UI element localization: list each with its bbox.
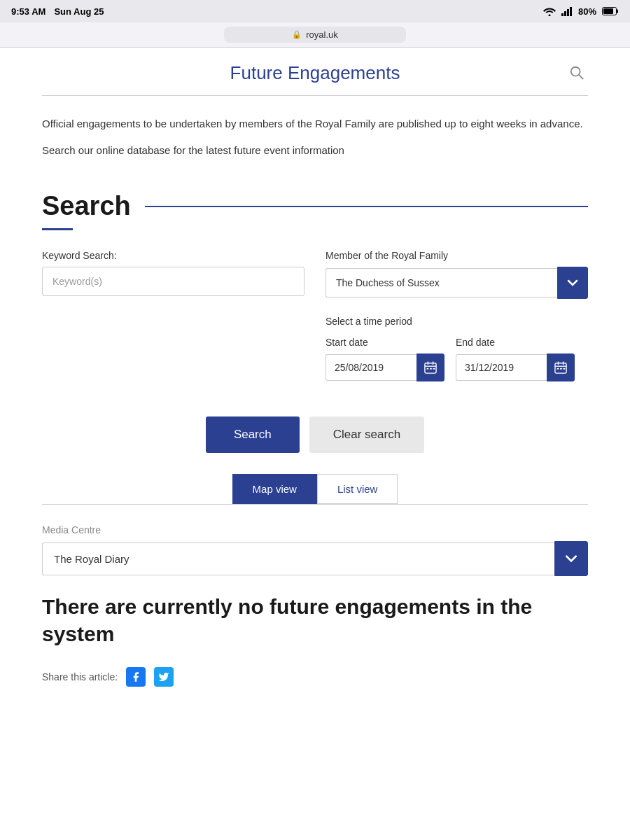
svg-rect-14 [430,368,432,370]
media-centre-select[interactable]: The Royal Diary [42,542,554,575]
member-label: Member of the Royal Family [326,250,588,261]
start-date-group: Start date [326,337,444,382]
form-left: Keyword Search: [42,250,304,296]
svg-line-8 [579,75,583,79]
search-button[interactable] [566,62,588,84]
chevron-down-icon [565,552,578,565]
media-centre-section: Media Centre The Royal Diary [42,524,588,576]
member-select-btn[interactable] [557,267,588,299]
desc-line1: Official engagements to be undertaken by… [42,115,588,132]
search-heading: Search [42,191,131,221]
page-title: Future Engagements [64,62,566,84]
end-date-input-row [456,354,575,382]
status-bar-right: 80% [543,6,619,17]
svg-rect-20 [557,368,559,370]
lock-icon: 🔒 [292,30,302,39]
time-period-section: Select a time period Start date [326,316,588,382]
battery-percent: 80% [578,6,596,17]
calendar-icon [554,361,567,374]
action-buttons: Search Clear search [42,416,588,453]
search-button[interactable]: Search [206,416,300,453]
svg-rect-22 [564,368,566,370]
wifi-icon [543,7,556,16]
status-bar-left: 9:53 AM Sun Aug 25 [11,6,104,17]
member-select[interactable]: The Duchess of Sussex The Duke of Sussex… [326,268,557,298]
share-label: Share this article: [42,671,118,682]
start-date-label: Start date [326,337,444,348]
share-row: Share this article: [42,667,588,687]
no-results-text: There are currently no future engagement… [42,593,588,648]
battery-icon [602,7,619,15]
date-fields: Start date [326,337,588,382]
keyword-input[interactable] [42,267,304,296]
search-underline [42,228,73,230]
view-toggle: Map view List view [42,474,588,505]
svg-rect-3 [570,7,572,16]
end-date-group: End date [456,337,575,382]
form-right: Member of the Royal Family The Duchess o… [326,250,588,299]
svg-rect-0 [561,13,564,16]
list-view-button[interactable]: List view [317,474,398,504]
time-period-label: Select a time period [326,316,588,327]
url-bar[interactable]: 🔒 royal.uk [224,27,406,43]
page-header: Future Engagements [42,48,588,96]
svg-rect-1 [564,11,566,16]
desc-line2: Search our online database for the lates… [42,142,588,159]
svg-rect-5 [603,8,613,14]
description: Official engagements to be undertaken by… [42,96,588,180]
search-section: Search Keyword Search: Member of the Roy… [42,191,588,382]
end-date-label: End date [456,337,575,348]
media-select-wrapper: The Royal Diary [42,541,588,576]
page-content: Future Engagements Official engagements … [0,48,630,687]
facebook-icon [130,671,141,682]
start-date-input[interactable] [326,354,416,381]
search-heading-row: Search [42,191,588,221]
twitter-icon [158,671,169,682]
twitter-share-button[interactable] [154,667,174,687]
time: 9:53 AM [11,6,46,17]
svg-rect-21 [560,368,562,370]
svg-rect-15 [433,368,435,370]
start-date-calendar-btn[interactable] [416,354,444,382]
svg-point-7 [571,67,580,76]
browser-bar: 🔒 royal.uk [0,22,630,48]
media-centre-label: Media Centre [42,524,588,536]
svg-rect-13 [427,368,429,370]
calendar-icon [424,361,437,374]
svg-rect-6 [617,10,618,13]
keyword-label: Keyword Search: [42,250,304,261]
end-date-input[interactable] [456,354,547,381]
date: Sun Aug 25 [54,6,104,17]
media-select-btn[interactable] [554,541,588,576]
facebook-share-button[interactable] [126,667,146,687]
start-date-input-row [326,354,444,382]
search-icon [569,65,584,80]
form-grid: Keyword Search: Member of the Royal Fami… [42,250,588,299]
clear-search-button[interactable]: Clear search [309,416,424,453]
chevron-down-icon [567,277,578,288]
search-heading-line [145,206,588,207]
map-view-button[interactable]: Map view [232,474,317,504]
url-text: royal.uk [306,29,338,40]
status-bar: 9:53 AM Sun Aug 25 80% [0,0,630,22]
svg-rect-2 [567,9,569,16]
member-select-wrapper: The Duchess of Sussex The Duke of Sussex… [326,267,588,299]
end-date-calendar-btn[interactable] [547,354,575,382]
signal-icon [561,7,573,16]
